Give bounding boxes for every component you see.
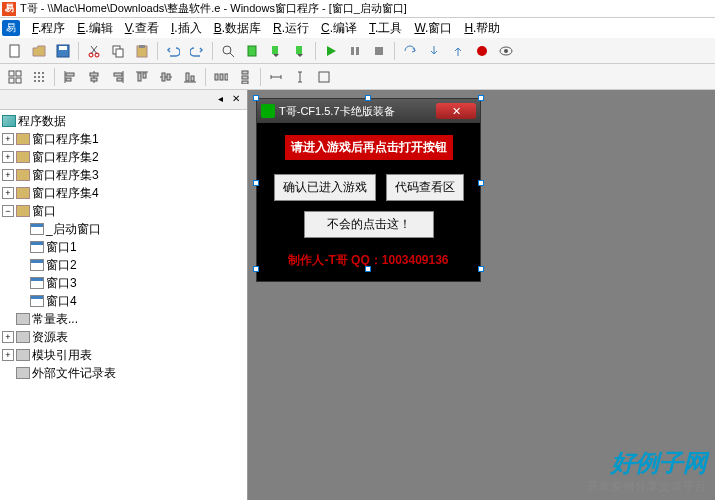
toolbar-separator — [205, 68, 206, 86]
folder-icon — [16, 187, 30, 199]
svg-point-18 — [504, 49, 508, 53]
form-body[interactable]: 请进入游戏后再点击打开按钮 确认已进入游戏 代码查看区 不会的点击这！ 制作人-… — [257, 123, 480, 281]
bookmark-next-button[interactable] — [289, 40, 311, 62]
undo-button[interactable] — [162, 40, 184, 62]
watch-button[interactable] — [495, 40, 517, 62]
expand-icon[interactable]: + — [2, 331, 14, 343]
redo-button[interactable] — [186, 40, 208, 62]
menu-program[interactable]: F.程序 — [26, 18, 71, 39]
tree-group4[interactable]: +窗口程序集4 — [2, 184, 245, 202]
tree-label: 窗口程序集4 — [32, 185, 99, 202]
selection-handle[interactable] — [478, 266, 484, 272]
pause-button[interactable] — [344, 40, 366, 62]
same-width-button[interactable] — [265, 66, 287, 88]
tree-label: 窗口程序集3 — [32, 167, 99, 184]
menu-view[interactable]: V.查看 — [119, 18, 165, 39]
cut-button[interactable] — [83, 40, 105, 62]
align-left-button[interactable] — [59, 66, 81, 88]
expand-icon[interactable]: + — [2, 133, 14, 145]
paste-button[interactable] — [131, 40, 153, 62]
selection-handle[interactable] — [253, 266, 259, 272]
distribute-v-button[interactable] — [234, 66, 256, 88]
align-right-button[interactable] — [107, 66, 129, 88]
menu-database[interactable]: B.数据库 — [208, 18, 267, 39]
snap-button[interactable] — [28, 66, 50, 88]
tree-group3[interactable]: +窗口程序集3 — [2, 166, 245, 184]
grid-button[interactable] — [4, 66, 26, 88]
step-over-button[interactable] — [399, 40, 421, 62]
tree-external[interactable]: 外部文件记录表 — [2, 364, 245, 382]
bookmark-prev-button[interactable] — [265, 40, 287, 62]
new-button[interactable] — [4, 40, 26, 62]
tree-close-button[interactable]: ✕ — [229, 93, 243, 107]
selection-handle[interactable] — [253, 180, 259, 186]
code-view-button[interactable]: 代码查看区 — [386, 174, 464, 201]
bookmark-button[interactable] — [241, 40, 263, 62]
confirm-enter-button[interactable]: 确认已进入游戏 — [274, 174, 376, 201]
tree-group2[interactable]: +窗口程序集2 — [2, 148, 245, 166]
tree-window4[interactable]: 窗口4 — [2, 292, 245, 310]
svg-rect-40 — [162, 73, 165, 81]
step-into-button[interactable] — [423, 40, 445, 62]
expand-icon[interactable]: + — [2, 187, 14, 199]
tree-resources[interactable]: +资源表 — [2, 328, 245, 346]
tree-constants[interactable]: 常量表... — [2, 310, 245, 328]
expand-icon[interactable]: + — [2, 349, 14, 361]
selection-handle[interactable] — [478, 180, 484, 186]
tree-window2[interactable]: 窗口2 — [2, 256, 245, 274]
form-icon — [30, 277, 44, 289]
tree-label: 程序数据 — [18, 113, 66, 130]
find-button[interactable] — [217, 40, 239, 62]
design-form[interactable]: T哥-CF1.5.7卡绝版装备 ✕ 请进入游戏后再点击打开按钮 确认已进入游戏 … — [256, 98, 481, 282]
menu-tools[interactable]: T.工具 — [363, 18, 408, 39]
tree-modules[interactable]: +模块引用表 — [2, 346, 245, 364]
align-center-h-button[interactable] — [83, 66, 105, 88]
tree-content[interactable]: 程序数据 +窗口程序集1 +窗口程序集2 +窗口程序集3 +窗口程序集4 −窗口… — [0, 110, 247, 500]
selection-handle[interactable] — [365, 95, 371, 101]
form-titlebar[interactable]: T哥-CF1.5.7卡绝版装备 ✕ — [257, 99, 480, 123]
tree-group1[interactable]: +窗口程序集1 — [2, 130, 245, 148]
save-button[interactable] — [52, 40, 74, 62]
collapse-icon[interactable]: − — [2, 205, 14, 217]
tree-window3[interactable]: 窗口3 — [2, 274, 245, 292]
align-bottom-button[interactable] — [179, 66, 201, 88]
distribute-h-button[interactable] — [210, 66, 232, 88]
breakpoint-button[interactable] — [471, 40, 493, 62]
menu-compile[interactable]: C.编译 — [315, 18, 363, 39]
tree-window1[interactable]: 窗口1 — [2, 238, 245, 256]
selection-handle[interactable] — [365, 266, 371, 272]
tree-windows[interactable]: −窗口 — [2, 202, 245, 220]
same-size-button[interactable] — [313, 66, 335, 88]
tree-pin-button[interactable]: ◂ — [213, 93, 227, 107]
menu-edit[interactable]: E.编辑 — [71, 18, 118, 39]
tree-label: 窗口 — [32, 203, 56, 220]
menu-help[interactable]: H.帮助 — [458, 18, 506, 39]
form-close-button[interactable]: ✕ — [436, 103, 476, 119]
same-height-button[interactable] — [289, 66, 311, 88]
step-out-button[interactable] — [447, 40, 469, 62]
app-menu-icon[interactable] — [2, 20, 20, 36]
open-button[interactable] — [28, 40, 50, 62]
menu-window[interactable]: W.窗口 — [408, 18, 458, 39]
tree-label: 资源表 — [32, 329, 68, 346]
form-icon — [30, 223, 44, 235]
form-designer[interactable]: T哥-CF1.5.7卡绝版装备 ✕ 请进入游戏后再点击打开按钮 确认已进入游戏 … — [248, 90, 715, 500]
watermark-main: 好例子网 — [587, 447, 707, 479]
run-button[interactable] — [320, 40, 342, 62]
align-top-button[interactable] — [131, 66, 153, 88]
copy-button[interactable] — [107, 40, 129, 62]
stop-button[interactable] — [368, 40, 390, 62]
expand-icon[interactable]: + — [2, 169, 14, 181]
expand-icon[interactable]: + — [2, 151, 14, 163]
align-center-v-button[interactable] — [155, 66, 177, 88]
svg-rect-33 — [66, 78, 71, 81]
form-icon — [30, 295, 44, 307]
help-button[interactable]: 不会的点击这！ — [304, 211, 434, 238]
tree-start-window[interactable]: _启动窗口 — [2, 220, 245, 238]
tree-root[interactable]: 程序数据 — [2, 112, 245, 130]
menu-insert[interactable]: I.插入 — [165, 18, 208, 39]
selection-handle[interactable] — [478, 95, 484, 101]
menu-run[interactable]: R.运行 — [267, 18, 315, 39]
toolbar-separator — [394, 42, 395, 60]
selection-handle[interactable] — [253, 95, 259, 101]
